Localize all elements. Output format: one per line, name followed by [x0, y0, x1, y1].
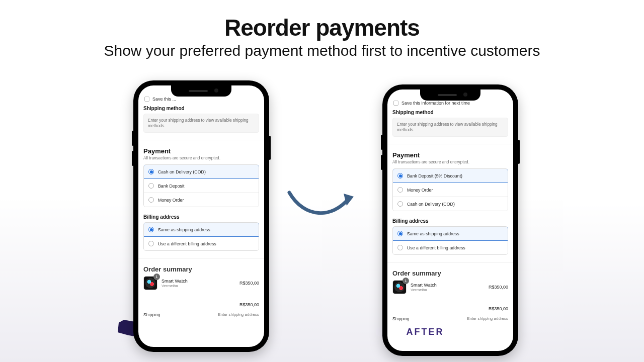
summary-title: Order summary	[143, 265, 259, 273]
shipping-hint: Enter shipping address	[467, 316, 508, 321]
screen-after: Save this information for next time Ship…	[387, 89, 513, 351]
payment-option[interactable]: Bank Deposit	[144, 178, 259, 193]
billing-title: Billing address	[143, 214, 259, 220]
radio-icon	[397, 187, 403, 193]
comparison-stage: Save this ... Shipping method Enter your…	[0, 78, 644, 362]
checkbox-icon[interactable]	[144, 97, 149, 102]
item-price: R$350,00	[239, 281, 259, 286]
radio-icon	[397, 231, 403, 236]
after-badge: AFTER	[375, 322, 475, 342]
payment-title: Payment	[143, 147, 259, 155]
payment-option-label: Money Order	[158, 198, 184, 203]
shipping-prompt: Enter your shipping address to view avai…	[143, 114, 259, 133]
summary-title: Order summary	[392, 269, 508, 277]
before-badge: BEFORE	[116, 318, 216, 338]
radio-icon	[148, 183, 154, 189]
phone-after: Save this information for next time Ship…	[382, 84, 518, 356]
billing-option-same[interactable]: Same as shipping address	[143, 222, 259, 237]
save-info-label: Save this information for next time	[401, 101, 470, 106]
billing-options: Same as shipping address Use a different…	[143, 222, 259, 251]
radio-icon	[148, 227, 154, 232]
shipping-prompt: Enter your shipping address to view avai…	[392, 118, 508, 137]
radio-icon	[397, 173, 403, 178]
item-name: Smart Watch	[162, 279, 235, 284]
radio-icon	[148, 169, 154, 174]
save-info-label: Save this ...	[152, 97, 176, 102]
product-thumbnail: 1	[392, 280, 407, 294]
summary-item-row: 1 Smart Watch Vermelha R$350,00	[392, 280, 508, 294]
item-name: Smart Watch	[411, 283, 485, 288]
shipping-line-label: Shipping	[143, 312, 160, 317]
product-thumbnail: 1	[143, 276, 157, 290]
before-label: BEFORE	[142, 323, 189, 333]
billing-option-different[interactable]: Use a different billing address	[393, 240, 508, 254]
shipping-method-title: Shipping method	[392, 110, 508, 115]
shipping-method-title: Shipping method	[143, 106, 259, 111]
payment-option-label: Cash on Delivery (COD)	[407, 202, 455, 207]
summary-item-row: 1 Smart Watch Vermelha R$350,00	[143, 276, 259, 290]
hero-subtitle: Show your preferred payment method first…	[0, 42, 644, 59]
payment-option[interactable]: Money Order	[393, 183, 508, 197]
billing-options: Same as shipping address Use a different…	[392, 226, 508, 255]
save-info-row[interactable]: Save this ...	[143, 97, 259, 102]
save-info-row[interactable]: Save this information for next time	[392, 101, 508, 106]
payment-option[interactable]: Cash on Delivery (COD)	[143, 164, 259, 179]
payment-option[interactable]: Money Order	[144, 193, 259, 207]
item-variant: Vermelha	[162, 284, 235, 288]
billing-option-different[interactable]: Use a different billing address	[144, 236, 259, 250]
payment-option-label: Bank Deposit (5% Discount)	[407, 173, 462, 178]
billing-option-same[interactable]: Same as shipping address	[392, 226, 508, 241]
payment-options-before: Cash on Delivery (COD) Bank Deposit Mone…	[143, 164, 259, 207]
radio-icon	[148, 241, 154, 246]
shipping-hint: Enter shipping address	[218, 312, 259, 317]
payment-subtitle: All transactions are secure and encrypte…	[392, 160, 508, 164]
shipping-line-label: Shipping	[392, 316, 409, 321]
screen-before: Save this ... Shipping method Enter your…	[138, 85, 264, 347]
phone-notch	[420, 89, 480, 101]
billing-title: Billing address	[392, 218, 508, 224]
payment-title: Payment	[392, 151, 508, 159]
billing-diff-label: Use a different billing address	[407, 245, 465, 250]
radio-icon	[148, 197, 154, 203]
radio-icon	[397, 201, 403, 207]
payment-option-label: Cash on Delivery (COD)	[158, 169, 206, 174]
payment-option-label: Bank Deposit	[158, 184, 184, 189]
subtotal-price: R$350,00	[489, 306, 508, 311]
item-price: R$350,00	[489, 285, 508, 290]
subtotal-price: R$350,00	[239, 302, 259, 307]
checkbox-icon[interactable]	[393, 101, 398, 106]
hero-header: Reorder payments Show your preferred pay…	[0, 0, 644, 59]
arrow-icon	[284, 184, 360, 229]
phone-notch	[171, 85, 231, 97]
payment-option[interactable]: Bank Deposit (5% Discount)	[392, 168, 508, 183]
item-variant: Vermelha	[411, 288, 485, 292]
hero-title: Reorder payments	[0, 14, 644, 41]
payment-options-after: Bank Deposit (5% Discount) Money Order C…	[392, 168, 508, 211]
qty-badge: 1	[153, 274, 160, 280]
payment-subtitle: All transactions are secure and encrypte…	[143, 156, 259, 160]
billing-same-label: Same as shipping address	[158, 227, 210, 232]
payment-option[interactable]: Cash on Delivery (COD)	[393, 197, 508, 211]
billing-same-label: Same as shipping address	[407, 231, 459, 236]
radio-icon	[397, 245, 403, 250]
phone-before: Save this ... Shipping method Enter your…	[133, 80, 269, 352]
billing-diff-label: Use a different billing address	[158, 241, 216, 246]
qty-badge: 1	[403, 278, 409, 284]
payment-option-label: Money Order	[407, 188, 433, 193]
after-label: AFTER	[407, 327, 444, 337]
